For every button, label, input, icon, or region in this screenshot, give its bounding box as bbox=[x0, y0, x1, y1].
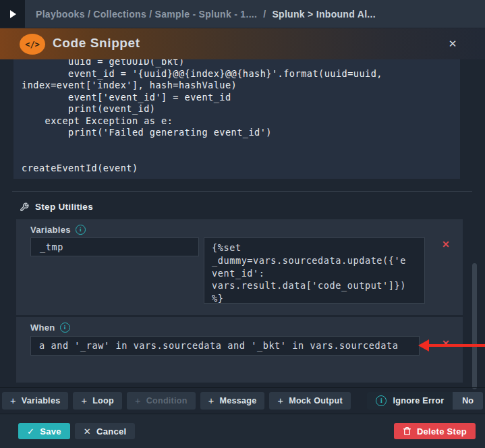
utility-toolbar: + Variables + Loop + Condition + Message… bbox=[0, 388, 485, 414]
info-icon[interactable]: i bbox=[76, 225, 86, 235]
ignore-error-label: Ignore Error bbox=[393, 396, 444, 405]
wrench-icon bbox=[20, 202, 29, 212]
add-mock-output-button[interactable]: + Mock Output bbox=[269, 392, 350, 410]
scrollbar[interactable] bbox=[472, 263, 477, 389]
add-loop-button[interactable]: + Loop bbox=[73, 392, 122, 410]
variables-label-row: Variables i bbox=[30, 225, 86, 235]
add-variables-label: Variables bbox=[22, 396, 61, 405]
ignore-error-button[interactable]: i Ignore Error bbox=[367, 392, 453, 410]
add-mock-output-label: Mock Output bbox=[289, 396, 343, 405]
ignore-error-value[interactable]: No bbox=[453, 392, 483, 410]
when-condition-input[interactable]: a and '_raw' in vars.sourcedata and '_bk… bbox=[30, 336, 420, 356]
step-utilities-header: Step Utilities bbox=[20, 202, 93, 212]
plus-icon: + bbox=[135, 395, 141, 406]
breadcrumb-separator: / bbox=[263, 9, 266, 20]
when-label: When bbox=[30, 323, 55, 333]
plus-icon: + bbox=[81, 395, 87, 406]
play-button[interactable] bbox=[0, 0, 25, 28]
trash-icon bbox=[403, 426, 411, 436]
code-snippet-icon: </> bbox=[20, 34, 45, 55]
variables-panel: Variables i _tmp {%set _dummy=vars.sourc… bbox=[16, 219, 463, 315]
when-panel: When i a and '_raw' in vars.sourcedata a… bbox=[16, 317, 463, 383]
modal-title: Code Snippet bbox=[53, 36, 140, 51]
delete-step-button[interactable]: Delete Step bbox=[394, 423, 476, 439]
breadcrumb-path[interactable]: Playbooks / Collections / Sample - Splun… bbox=[36, 9, 257, 20]
add-condition-button: + Condition bbox=[127, 392, 196, 410]
code-text[interactable]: uuid = getUUID(_bkt) event_id = '{uuid}@… bbox=[22, 59, 452, 174]
add-variables-button[interactable]: + Variables bbox=[2, 392, 68, 410]
add-loop-label: Loop bbox=[92, 396, 114, 405]
cancel-button[interactable]: ✕ Cancel bbox=[75, 423, 136, 439]
cancel-label: Cancel bbox=[96, 426, 126, 437]
annotation-arrow-icon bbox=[418, 339, 429, 352]
step-utilities-title: Step Utilities bbox=[35, 202, 93, 212]
footer-action-bar: ✓ Save ✕ Cancel Delete Step bbox=[0, 414, 485, 448]
remove-variable-icon[interactable]: ✕ bbox=[442, 239, 450, 250]
when-label-row: When i bbox=[30, 323, 70, 333]
variables-label: Variables bbox=[30, 225, 71, 235]
variable-name-input[interactable]: _tmp bbox=[30, 237, 199, 256]
info-icon[interactable]: i bbox=[60, 323, 70, 333]
code-editor[interactable]: uuid = getUUID(_bkt) event_id = '{uuid}@… bbox=[13, 59, 460, 179]
save-button[interactable]: ✓ Save bbox=[18, 423, 70, 439]
plus-icon: + bbox=[208, 395, 215, 406]
breadcrumb[interactable]: Playbooks / Collections / Sample - Splun… bbox=[36, 0, 376, 28]
save-label: Save bbox=[40, 426, 61, 437]
play-icon bbox=[10, 10, 16, 18]
close-icon: ✕ bbox=[84, 426, 91, 437]
remove-when-icon[interactable]: ✕ bbox=[442, 338, 450, 349]
close-icon[interactable]: ✕ bbox=[445, 36, 461, 52]
add-message-button[interactable]: + Message bbox=[200, 392, 265, 410]
plus-icon: + bbox=[10, 395, 16, 406]
add-condition-label: Condition bbox=[146, 396, 188, 405]
add-message-label: Message bbox=[220, 396, 257, 405]
info-icon: i bbox=[376, 395, 387, 406]
top-bar: Playbooks / Collections / Sample - Splun… bbox=[0, 0, 485, 28]
check-icon: ✓ bbox=[27, 426, 34, 437]
section-divider bbox=[12, 191, 472, 192]
modal-header: </> Code Snippet ✕ bbox=[0, 28, 485, 59]
variable-expression-input[interactable]: {%set _dummy=vars.sourcedata.update({'e … bbox=[204, 237, 425, 304]
annotation-arrow-line bbox=[428, 344, 485, 347]
delete-step-label: Delete Step bbox=[417, 426, 467, 437]
breadcrumb-current: Splunk > Inbound Al... bbox=[272, 9, 375, 20]
ignore-error-toggle[interactable]: i Ignore Error No bbox=[367, 392, 483, 410]
plus-icon: + bbox=[277, 395, 283, 406]
